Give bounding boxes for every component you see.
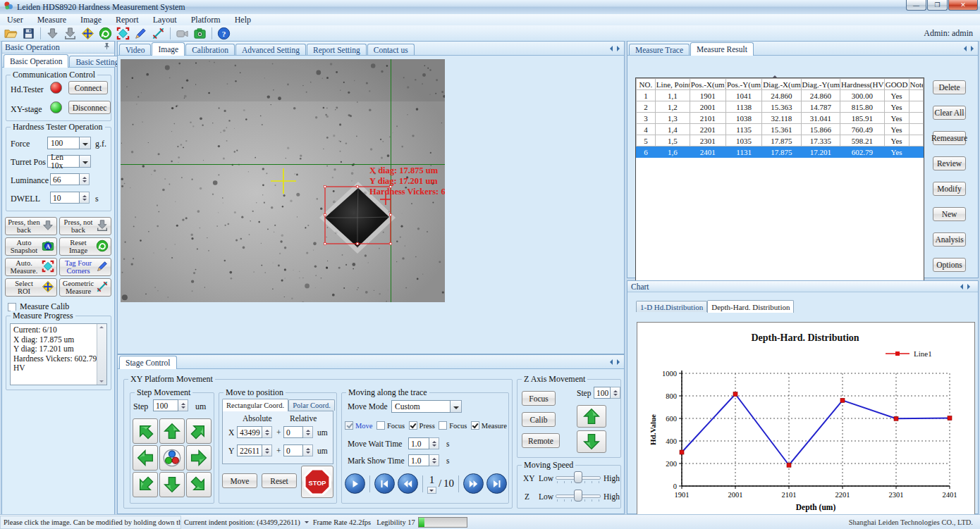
last-button[interactable]: [486, 473, 507, 494]
tab-report-setting[interactable]: Report Setting: [307, 44, 367, 55]
col-header[interactable]: GOOD: [884, 79, 909, 90]
press-then-back-button[interactable]: Press, then back: [5, 217, 57, 235]
tab-scroll-left-icon[interactable]: [964, 46, 967, 51]
tab-rectangular-coord[interactable]: Rectangular Coord.: [222, 399, 288, 411]
reset-image-icon[interactable]: [97, 26, 114, 40]
focus-button[interactable]: Focus: [522, 391, 556, 406]
tab-scroll-right-icon[interactable]: [617, 359, 620, 365]
menu-platform[interactable]: Platform: [191, 15, 221, 25]
xy-move-up-button[interactable]: [159, 418, 185, 444]
tab-stage-control[interactable]: Stage Control: [119, 356, 177, 369]
reset-image-button[interactable]: Reset Image: [59, 237, 111, 256]
video-camera-icon[interactable]: [174, 26, 190, 40]
z-up-button[interactable]: [577, 405, 606, 428]
disconnect-button[interactable]: Disconnec: [68, 101, 111, 114]
col-header[interactable]: Hardness(HV): [840, 79, 884, 90]
spinner-arrows-icon[interactable]: [611, 387, 620, 399]
tab-video[interactable]: Video: [119, 44, 151, 55]
review-button[interactable]: Review: [933, 156, 966, 170]
menu-layout[interactable]: Layout: [153, 15, 177, 25]
pager-dropdown-icon[interactable]: [427, 487, 436, 494]
xy-move-left-button[interactable]: [133, 445, 158, 471]
xy-move-right-button[interactable]: [186, 445, 212, 471]
mark-show-time-stepper[interactable]: 1.0: [408, 454, 439, 466]
prev-button[interactable]: [398, 473, 418, 494]
move-wait-time-stepper[interactable]: 1.0: [408, 437, 439, 449]
menu-measure[interactable]: Measure: [37, 15, 66, 25]
dropdown-arrow-icon[interactable]: [80, 137, 91, 149]
pencil-icon[interactable]: [133, 26, 149, 40]
pin-icon[interactable]: [102, 42, 111, 54]
new-button[interactable]: New: [933, 207, 966, 221]
xy-center-button[interactable]: [159, 445, 185, 471]
menu-user[interactable]: User: [7, 15, 23, 25]
move-mode-dropdown[interactable]: Custom: [391, 400, 462, 413]
clear-all-button[interactable]: Clear All: [933, 106, 966, 120]
move-button[interactable]: Move: [222, 473, 257, 488]
menu-help[interactable]: Help: [235, 15, 251, 25]
tab-contact-us[interactable]: Contact us: [367, 44, 415, 55]
scroll-down-icon[interactable]: [99, 380, 104, 382]
y-absolute-stepper[interactable]: 22611: [237, 444, 272, 456]
measure-progress-textbox[interactable]: Current: 6/10X diag: 17.875 umY diag: 17…: [10, 323, 107, 385]
reset-button[interactable]: Reset: [262, 473, 297, 488]
measure-checkbox[interactable]: [471, 421, 479, 430]
specimen-image[interactable]: X diag: 17.875 um Y diag: 17.201 um Hard…: [121, 59, 445, 302]
table-row[interactable]: 51,52301103517.87517.335598.21Yes: [637, 135, 924, 147]
next-button[interactable]: [463, 473, 484, 494]
col-header[interactable]: NO.: [637, 79, 656, 90]
restore-button[interactable]: ❐: [927, 0, 948, 11]
tab-measure-trace[interactable]: Measure Trace: [629, 44, 690, 55]
geometric-measure-icon[interactable]: [150, 26, 166, 40]
first-button[interactable]: [374, 473, 395, 494]
press-checkbox[interactable]: [409, 421, 417, 430]
menu-image[interactable]: Image: [80, 15, 102, 25]
geometric-measure-button[interactable]: Geometric Measure: [59, 278, 111, 297]
table-row[interactable]: 41,42201113515.36115.866760.49Yes: [637, 124, 924, 135]
xy-move-down-left-button[interactable]: [133, 472, 158, 497]
connect-button[interactable]: Connect: [68, 81, 108, 94]
move-checkbox[interactable]: [345, 421, 353, 430]
tab-measure-result[interactable]: Measure Result: [690, 42, 754, 56]
table-row[interactable]: 61,62401113117.87517.201602.79Yes: [637, 147, 924, 158]
focus-checkbox[interactable]: [376, 421, 385, 430]
press-then-back-icon[interactable]: [44, 26, 61, 40]
tab-1-d-hd-distribution[interactable]: 1-D Hd.Distribution: [636, 301, 707, 312]
select-roi-button[interactable]: Select ROI: [5, 278, 57, 297]
scroll-up-icon[interactable]: [99, 326, 104, 328]
y-relative-stepper[interactable]: 0: [283, 444, 313, 456]
scrollbar[interactable]: [97, 324, 106, 385]
close-button[interactable]: ✕: [948, 0, 978, 11]
table-row[interactable]: 21,22001113815.36314.787815.80Yes: [637, 101, 924, 113]
spinner-arrows-icon[interactable]: [80, 173, 90, 185]
select-roi-icon[interactable]: [80, 26, 96, 40]
tab-advanced-setting[interactable]: Advanced Setting: [235, 44, 306, 55]
xy-move-up-right-button[interactable]: [186, 418, 212, 444]
col-header[interactable]: Line, Point: [655, 79, 690, 90]
spinner-arrows-icon[interactable]: [303, 426, 313, 438]
snapshot-camera-icon[interactable]: [192, 26, 208, 40]
tab-scroll-left-icon[interactable]: [610, 359, 613, 365]
modify-button[interactable]: Modify: [933, 182, 966, 196]
table-row[interactable]: 31,32101103832.11831.041185.91Yes: [637, 113, 924, 124]
help-icon[interactable]: ?: [216, 26, 232, 40]
xy-speed-slider[interactable]: [556, 471, 601, 484]
x-relative-stepper[interactable]: 0: [283, 426, 313, 438]
remeasure-button[interactable]: Remeasure: [933, 131, 966, 145]
open-folder-icon[interactable]: [3, 26, 19, 40]
step-stepper[interactable]: 100: [153, 399, 188, 411]
tab-scroll-right-icon[interactable]: [967, 284, 970, 290]
spinner-arrows-icon[interactable]: [80, 192, 90, 204]
spinner-arrows-icon[interactable]: [262, 444, 272, 456]
slider-thumb[interactable]: [574, 471, 582, 483]
z-down-button[interactable]: [577, 430, 606, 453]
press-not-back-icon[interactable]: [62, 26, 78, 40]
force-dropdown[interactable]: 100: [47, 137, 91, 149]
measure-result-table[interactable]: NO.Line, PointPos.-X(um)Pos.-Y(um)Diag.-…: [635, 77, 924, 288]
tab-scroll-left-icon[interactable]: [960, 284, 963, 290]
calib-button[interactable]: Calib: [522, 412, 556, 427]
tab-calibration[interactable]: Calibration: [185, 44, 235, 55]
col-header[interactable]: Pos.-Y(um): [725, 79, 761, 90]
dropdown-arrow-icon[interactable]: [451, 400, 462, 413]
options-button[interactable]: Options: [933, 258, 966, 272]
